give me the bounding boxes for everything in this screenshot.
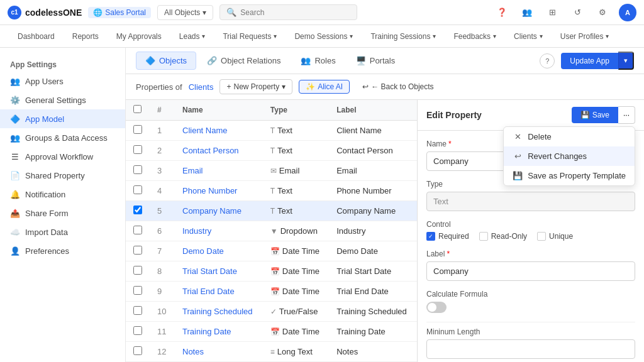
row-checkbox[interactable] [133, 326, 142, 335]
dropdown-save-template[interactable]: 💾 Save as Property Template [504, 166, 635, 185]
row-checkbox[interactable] [133, 145, 142, 154]
help-icon-btn[interactable]: ❓ [493, 4, 511, 21]
table-row[interactable]: 6 Industry ▼Dropdown Industry [126, 221, 417, 241]
table-row[interactable]: 7 Demo Date 📅Date Time Demo Date [126, 241, 417, 261]
row-checkbox[interactable] [133, 246, 142, 255]
sidebar-item-share-form[interactable]: 📤 Share Form [0, 204, 125, 222]
min-length-input[interactable] [426, 339, 635, 359]
nav-training-sessions[interactable]: Training Sessions▾ [363, 28, 443, 45]
search-input[interactable] [240, 8, 350, 17]
row-checkbox[interactable] [133, 226, 142, 234]
readonly-control[interactable]: Read-Only [479, 232, 527, 241]
update-app-button[interactable]: Update App [561, 53, 618, 69]
sidebar-item-app-users[interactable]: 👥 App Users [0, 72, 125, 90]
row-label: Company Name [329, 201, 417, 221]
tab-portals[interactable]: 🖥️ Portals [347, 52, 404, 70]
nav-feedbacks[interactable]: Feedbacks▾ [446, 28, 504, 45]
sidebar-item-notification[interactable]: 🔔 Notification [0, 185, 125, 204]
required-checkbox[interactable]: ✓ [426, 232, 435, 241]
row-name[interactable]: Trial Start Date [175, 261, 263, 282]
table-row[interactable]: 4 Phone Number TText Phone Number [126, 181, 417, 201]
table-row[interactable]: 1 Client Name TText Client Name [126, 121, 417, 141]
sidebar-item-preferences[interactable]: 👤 Preferences [0, 241, 125, 260]
row-checkbox[interactable] [133, 306, 142, 315]
sidebar-item-groups-data-access[interactable]: 👥 Groups & Data Access [0, 128, 125, 147]
update-app-dropdown-button[interactable]: ▾ [618, 52, 634, 70]
row-name[interactable]: Company Name [175, 201, 263, 221]
nav-my-approvals[interactable]: My Approvals [109, 28, 169, 45]
sidebar-item-general-settings[interactable]: ⚙️ General Settings [0, 90, 125, 109]
tab-object-relations[interactable]: 🔗 Object Relations [197, 52, 290, 70]
row-name[interactable]: Trial End Date [175, 282, 263, 302]
row-name[interactable]: Contact Person [175, 141, 263, 161]
dropdown-revert-label: Revert Changes [528, 151, 587, 161]
row-name[interactable]: Email [175, 161, 263, 181]
sidebar-item-app-model[interactable]: 🔷 App Model [0, 109, 125, 128]
table-row[interactable]: 10 Training Scheduled ✓True/False Traini… [126, 302, 417, 322]
object-name-link[interactable]: Clients [189, 82, 214, 92]
table-row[interactable]: 3 Email ✉Email Email [126, 161, 417, 181]
back-to-objects-button[interactable]: ↩ ← Back to Objects [356, 80, 440, 94]
row-checkbox[interactable] [133, 346, 142, 355]
save-button[interactable]: 💾 Save [572, 107, 618, 123]
table-row[interactable]: 11 Training Date 📅Date Time Training Dat… [126, 322, 417, 342]
row-name[interactable]: Training Scheduled [175, 302, 263, 322]
required-indicator: * [448, 140, 452, 148]
tab-roles[interactable]: 👥 Roles [291, 52, 345, 70]
workflow-icon: ☰ [10, 151, 20, 162]
dropdown-delete[interactable]: ✕ Delete [504, 127, 635, 146]
nav-dashboard[interactable]: Dashboard [10, 28, 62, 45]
row-checkbox[interactable] [133, 185, 142, 194]
nav-user-profiles[interactable]: User Profiles▾ [553, 28, 617, 45]
nav-reports[interactable]: Reports [65, 28, 106, 45]
sidebar-item-approval-workflow[interactable]: ☰ Approval Workflow [0, 147, 125, 166]
row-checkbox[interactable] [133, 286, 142, 295]
required-control[interactable]: ✓ Required [426, 232, 469, 241]
row-checkbox[interactable] [133, 125, 142, 134]
table-row[interactable]: 5 Company Name TText Company Name [126, 201, 417, 221]
unique-checkbox[interactable] [537, 232, 546, 241]
calc-formula-toggle[interactable] [426, 302, 447, 313]
readonly-checkbox[interactable] [479, 232, 488, 241]
row-name[interactable]: Demo Date [175, 241, 263, 261]
row-label: Client Name [329, 121, 417, 141]
min-length-label: Mininum Length [426, 327, 635, 336]
nav-trial-requests[interactable]: Trial Requests▾ [215, 28, 284, 45]
select-all-checkbox[interactable] [133, 105, 142, 113]
avatar[interactable]: A [619, 4, 636, 21]
row-checkbox[interactable] [133, 206, 142, 214]
dropdown-revert-changes[interactable]: ↩ Revert Changes [504, 146, 635, 166]
refresh-icon-btn[interactable]: ↺ [569, 4, 586, 21]
grid-icon-btn[interactable]: ⊞ [543, 4, 561, 21]
row-type: 📅Date Time [263, 322, 329, 342]
row-name[interactable]: Industry [175, 221, 263, 241]
nav-clients[interactable]: Clients▾ [506, 28, 550, 45]
search-bar[interactable]: 🔍 [219, 4, 357, 20]
row-checkbox[interactable] [133, 165, 142, 174]
row-type: ✓True/False [263, 302, 329, 322]
tab-objects[interactable]: 🔷 Objects [136, 52, 196, 70]
table-row[interactable]: 9 Trial End Date 📅Date Time Trial End Da… [126, 282, 417, 302]
nav-leads[interactable]: Leads▾ [172, 28, 213, 45]
help-circle-icon[interactable]: ? [540, 53, 555, 69]
nav-demo-sessions[interactable]: Demo Sessions▾ [287, 28, 360, 45]
unique-control[interactable]: Unique [537, 232, 573, 241]
sidebar-item-import-data[interactable]: ☁️ Import Data [0, 222, 125, 241]
new-property-button[interactable]: + New Property ▾ [219, 79, 292, 94]
more-options-button[interactable]: ··· [618, 106, 635, 124]
row-checkbox[interactable] [133, 266, 142, 275]
table-row[interactable]: 2 Contact Person TText Contact Person [126, 141, 417, 161]
sidebar-item-shared-property[interactable]: 📄 Shared Property [0, 166, 125, 185]
row-name[interactable]: Training Date [175, 322, 263, 342]
settings-icon-btn[interactable]: ⚙ [594, 4, 611, 21]
label-input[interactable] [426, 261, 635, 281]
all-objects-dropdown[interactable]: All Objects ▾ [157, 5, 213, 20]
portal-badge[interactable]: 🌐 Sales Portal [88, 7, 151, 18]
ai-badge[interactable]: ✨ Alice AI [299, 80, 350, 94]
table-row[interactable]: 12 Notes ≡Long Text Notes [126, 342, 417, 362]
row-name[interactable]: Client Name [175, 121, 263, 141]
row-name[interactable]: Phone Number [175, 181, 263, 201]
table-row[interactable]: 8 Trial Start Date 📅Date Time Trial Star… [126, 261, 417, 282]
users-icon-btn[interactable]: 👥 [518, 4, 536, 21]
row-name[interactable]: Notes [175, 342, 263, 362]
